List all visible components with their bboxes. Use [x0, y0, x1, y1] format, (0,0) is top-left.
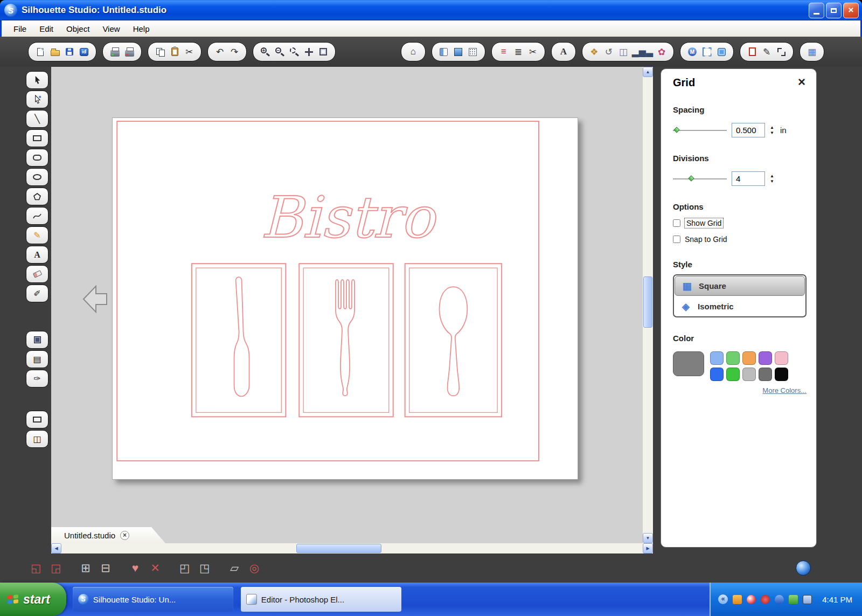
color-swatch[interactable] [775, 368, 788, 381]
save-button[interactable] [64, 45, 75, 58]
modify-button[interactable]: ◫ [617, 45, 629, 58]
curve-tool-button[interactable] [26, 207, 48, 225]
rounded-rectangle-tool-button[interactable] [26, 149, 48, 167]
replicate-button[interactable]: ❖ [588, 45, 600, 58]
eraser-tool-button[interactable] [26, 265, 48, 283]
sketch-pens-button[interactable]: ✎ [761, 45, 773, 58]
color-swatch[interactable] [726, 368, 740, 381]
release-compound-path-button[interactable]: ⊟ [98, 562, 114, 575]
zoom-out-button[interactable]: − [274, 45, 286, 58]
alert-tray-icon[interactable] [761, 595, 770, 604]
cut-button[interactable]: ✂ [183, 45, 195, 58]
knife-tool-button[interactable]: ✐ [26, 285, 48, 302]
emboss-tool-button[interactable]: ✑ [26, 370, 48, 387]
menu-file[interactable]: File [7, 22, 33, 36]
color-swatch[interactable] [710, 368, 724, 381]
nav-arrow-shape[interactable] [81, 282, 108, 316]
crop-button[interactable] [775, 45, 787, 58]
line-style-button[interactable]: ≡ [498, 45, 510, 58]
page-tool-button[interactable] [26, 411, 48, 428]
divisions-spin-up-button[interactable]: ▲ [770, 174, 774, 178]
pixscan-button[interactable]: M [686, 45, 698, 58]
copy-button[interactable] [154, 45, 166, 58]
fill-tool-button[interactable] [26, 331, 48, 349]
update-tray-icon[interactable] [733, 595, 742, 604]
design-canvas[interactable]: Bistro [51, 67, 643, 543]
sync-globe-icon[interactable] [796, 560, 811, 576]
snap-to-grid-label[interactable]: Snap to Grid [685, 235, 727, 244]
grid-panel-close-icon[interactable]: × [798, 77, 805, 87]
save-to-library-button[interactable]: id [78, 45, 90, 58]
color-swatch[interactable] [742, 368, 756, 381]
spacing-slider[interactable] [673, 130, 727, 131]
revolve-button[interactable]: ↺ [603, 45, 615, 58]
design-text[interactable]: Bistro [261, 184, 437, 251]
divisions-input[interactable] [732, 171, 765, 186]
panel-knife[interactable] [192, 264, 286, 417]
line-tool-button[interactable]: ╲ [26, 110, 48, 128]
weld-button[interactable]: ♥ [127, 562, 143, 575]
search-tray-icon[interactable] [775, 595, 784, 604]
panel-spoon[interactable] [405, 264, 502, 417]
freehand-tool-button[interactable]: ✎ [26, 226, 48, 244]
undo-button[interactable]: ↶ [214, 45, 226, 58]
print-button[interactable] [109, 45, 121, 58]
ellipse-tool-button[interactable] [26, 168, 48, 186]
fill-pattern-button[interactable] [467, 45, 479, 58]
bring-forward-button[interactable]: ◰ [177, 562, 193, 575]
redo-button[interactable]: ↷ [228, 45, 240, 58]
more-colors-link[interactable]: More Colors... [673, 386, 807, 394]
vertical-scroll-thumb[interactable] [643, 276, 652, 328]
design-page-settings-button[interactable]: ⌂ [407, 45, 419, 58]
make-compound-path-button[interactable]: ⊞ [78, 562, 94, 575]
spacing-slider-thumb[interactable] [673, 127, 679, 133]
open-button[interactable] [49, 45, 61, 58]
fill-shade-button[interactable] [438, 45, 450, 58]
spacing-spin-up-button[interactable]: ▲ [770, 126, 774, 129]
divisions-slider[interactable] [673, 178, 727, 179]
print-border-button[interactable] [123, 45, 135, 58]
selected-color-swatch[interactable] [673, 351, 704, 376]
select-tool-button[interactable] [26, 71, 48, 89]
start-button[interactable]: start [0, 583, 66, 616]
pan-button[interactable] [303, 45, 315, 58]
new-document-button[interactable] [34, 45, 46, 58]
document-tab-close-icon[interactable]: × [120, 531, 129, 540]
zoom-selection-button[interactable] [288, 45, 300, 58]
object-align-button[interactable]: ▂▅▃ [632, 45, 653, 58]
register-marks-button[interactable]: ◎ [246, 562, 262, 575]
cut-settings-button[interactable]: ✂ [527, 45, 539, 58]
text-tool-button[interactable]: A [26, 246, 48, 264]
menu-view[interactable]: View [96, 22, 126, 36]
hide-icons-chevron[interactable]: « [718, 594, 728, 604]
display-tray-icon[interactable] [803, 595, 812, 604]
show-grid-checkbox[interactable] [673, 219, 680, 227]
network-tray-icon[interactable] [789, 595, 798, 604]
scroll-up-button[interactable]: ▲ [643, 67, 653, 77]
fill-page-button[interactable]: ✿ [656, 45, 668, 58]
color-swatch[interactable] [742, 351, 756, 365]
antivirus-tray-icon[interactable] [747, 595, 756, 604]
polygon-tool-button[interactable] [26, 188, 48, 205]
scroll-down-button[interactable]: ▼ [643, 533, 653, 543]
color-swatch[interactable] [759, 351, 772, 365]
send-backward-button[interactable]: ◳ [197, 562, 213, 575]
ungroup-button[interactable]: ◲ [48, 562, 64, 575]
show-grid-label[interactable]: Show Grid [685, 218, 723, 228]
text-style-button[interactable]: ≣ [512, 45, 524, 58]
subtract-button[interactable]: ✕ [147, 562, 163, 575]
menu-help[interactable]: Help [127, 22, 156, 36]
fit-to-page-button[interactable] [317, 45, 329, 58]
document-page[interactable]: Bistro [112, 117, 578, 480]
trace-button[interactable] [701, 45, 713, 58]
minimize-button[interactable] [809, 3, 824, 18]
split-view-tool-button[interactable]: ◫ [26, 430, 48, 448]
rectangle-tool-button[interactable] [26, 129, 48, 147]
text-button[interactable]: A [558, 45, 569, 58]
zoom-in-button[interactable]: + [259, 45, 271, 58]
color-swatch[interactable] [775, 351, 788, 365]
close-button[interactable]: × [843, 3, 859, 18]
edit-points-tool-button[interactable] [26, 91, 48, 108]
fill-color-button[interactable] [453, 45, 464, 58]
document-tab[interactable]: Untitled.studio × [51, 527, 165, 543]
